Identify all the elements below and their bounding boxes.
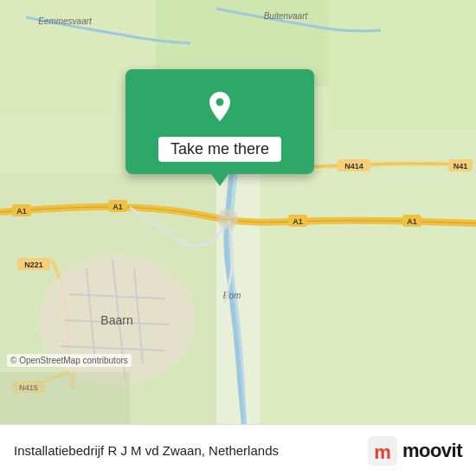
svg-text:m: m — [374, 441, 391, 463]
take-me-there-button[interactable]: Take me there — [158, 137, 281, 162]
svg-text:Eemmesvaart: Eemmesvaart — [38, 16, 93, 26]
svg-rect-34 — [260, 242, 476, 424]
location-pin-icon — [199, 85, 241, 126]
moovit-logo-icon: m — [368, 436, 397, 466]
svg-rect-35 — [0, 372, 130, 424]
map-copyright: © OpenStreetMap contributors — [7, 354, 132, 367]
place-name: Installatiebedrijf R J M vd Zwaan, Nethe… — [14, 443, 279, 458]
moovit-logo-text: moovit — [402, 440, 462, 462]
svg-text:Baarn: Baarn — [100, 313, 132, 327]
map-container: N414 N41 A1 A1 A1 A1 N221 N415 — [0, 0, 476, 424]
svg-text:N221: N221 — [24, 261, 43, 269]
svg-text:N41: N41 — [453, 162, 468, 170]
bottom-bar: Installatiebedrijf R J M vd Zwaan, Nethe… — [0, 424, 476, 476]
svg-text:A1: A1 — [16, 207, 27, 215]
svg-text:A1: A1 — [113, 203, 123, 211]
moovit-logo: m moovit — [368, 436, 462, 466]
svg-text:N414: N414 — [344, 162, 363, 170]
svg-text:A1: A1 — [407, 217, 417, 226]
svg-rect-6 — [329, 0, 476, 130]
svg-point-36 — [217, 209, 238, 229]
svg-text:A1: A1 — [293, 217, 303, 226]
take-me-there-popup[interactable]: Take me there — [125, 69, 314, 174]
svg-text:Buitenvaart: Buitenvaart — [264, 11, 309, 21]
